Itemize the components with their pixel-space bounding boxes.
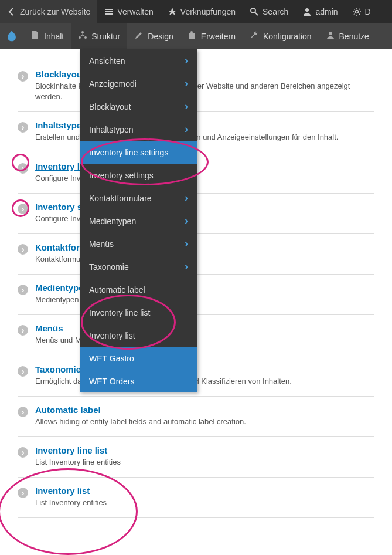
gear-icon [352, 7, 362, 16]
dropdown-item-label: WET Orders [89, 377, 135, 386]
content-text: Inventory listList Inventory entities [35, 486, 374, 508]
svg-point-1 [305, 8, 309, 12]
menu-users-label: Benutze [339, 32, 369, 41]
dropdown-item-label: Inventory list [89, 331, 135, 340]
menu-content-label: Inhalt [44, 32, 64, 41]
menu-structure[interactable]: Struktur [71, 23, 127, 49]
chevron-bullet-icon [18, 285, 28, 295]
dropdown-item-label: Ansichten [89, 56, 125, 66]
dropdown-item-menüs[interactable]: Menüs› [80, 232, 197, 255]
dropdown-item-label: Anzeigemodi [89, 79, 137, 89]
dropdown-item-inventory-line-settings[interactable]: Inventory line settings [80, 141, 197, 164]
shortcuts-button[interactable]: Verknüpfungen [161, 0, 243, 23]
chevron-right-icon: › [185, 77, 188, 90]
svg-rect-6 [189, 33, 195, 39]
chevron-bullet-icon [18, 71, 28, 82]
menu-structure-label: Struktur [91, 32, 120, 41]
chevron-bullet-icon [18, 407, 28, 417]
menu-config[interactable]: Konfiguration [243, 23, 319, 49]
menu-design-label: Design [148, 32, 173, 41]
user-button[interactable]: admin [295, 0, 345, 23]
user-label: admin [315, 7, 338, 16]
dropdown-item-label: Taxonomie [89, 262, 129, 272]
menu-config-label: Konfiguration [263, 32, 312, 41]
svg-point-3 [81, 31, 84, 33]
menu-extend[interactable]: Erweitern [180, 23, 243, 49]
dropdown-item-kontaktformulare[interactable]: Kontaktformulare› [80, 187, 197, 209]
chevron-bullet-icon [18, 163, 28, 174]
chevron-bullet-icon [18, 204, 28, 214]
dropdown-item-label: Medientypen [89, 216, 136, 226]
dropdown-item-inventory-line-list[interactable]: Inventory line list [80, 301, 197, 324]
star-icon [168, 7, 177, 16]
dropdown-item-inventory-list[interactable]: Inventory list [80, 324, 197, 347]
content-item-description: List Inventory line entities [35, 457, 374, 468]
content-item: Automatic labelAllows hiding of entity l… [18, 397, 374, 437]
chevron-right-icon: › [185, 215, 188, 227]
menu-users[interactable]: Benutze [319, 23, 376, 49]
svg-point-0 [251, 8, 255, 13]
content-item-description: List Inventory entities [35, 498, 374, 508]
chevron-bullet-icon [18, 325, 28, 336]
dropdown-item-label: Inventory settings [89, 171, 154, 180]
hamburger-icon [104, 7, 114, 16]
chevron-right-icon: › [185, 100, 188, 113]
manage-button[interactable]: Verwalten [97, 0, 160, 23]
dropdown-item-inhaltstypen[interactable]: Inhaltstypen› [80, 118, 197, 141]
content-item-title[interactable]: Inventory list [35, 486, 374, 496]
dropdown-item-label: Kontaktformulare [89, 194, 152, 203]
dropdown-item-inventory-settings[interactable]: Inventory settings [80, 164, 197, 187]
shortcuts-label: Verknüpfungen [180, 7, 236, 16]
chevron-right-icon: › [185, 55, 188, 67]
chevron-bullet-icon [18, 366, 28, 377]
menu-design[interactable]: Design [127, 23, 180, 49]
dropdown-item-automatic-label[interactable]: Automatic label [80, 278, 197, 301]
manage-label: Verwalten [117, 7, 153, 16]
dropdown-item-medientypen[interactable]: Medientypen› [80, 209, 197, 232]
svg-point-4 [79, 36, 81, 39]
svg-point-2 [355, 11, 358, 13]
search-label: Search [263, 7, 288, 16]
users-icon [326, 31, 335, 42]
chevron-right-icon: › [185, 260, 188, 273]
dropdown-item-label: WET Gastro [89, 354, 134, 363]
menu-extend-label: Erweitern [201, 32, 236, 41]
search-button[interactable]: Search [243, 0, 295, 23]
svg-point-8 [329, 32, 332, 35]
content-item-description: Allows hiding of entity label fields and… [35, 417, 374, 427]
dropdown-item-anzeigemodi[interactable]: Anzeigemodi› [80, 72, 197, 95]
content-item-title[interactable]: Automatic label [35, 405, 374, 415]
svg-point-5 [84, 36, 87, 39]
chevron-right-icon: › [185, 192, 188, 204]
search-icon [250, 7, 259, 16]
dropdown-item-label: Blocklayout [89, 102, 131, 111]
dropdown-item-taxonomie[interactable]: Taxonomie› [80, 255, 197, 278]
settings-label: D [365, 7, 371, 16]
back-to-site-button[interactable]: Zurück zur Website [0, 0, 97, 23]
wrench-icon [250, 31, 259, 42]
drupal-logo[interactable] [0, 23, 23, 49]
content-item: Inventory listList Inventory entities [18, 478, 374, 518]
content-text: Inventory line listList Inventory line e… [35, 445, 374, 468]
content-text: Automatic labelAllows hiding of entity l… [35, 405, 374, 427]
content-item: Inventory line listList Inventory line e… [18, 437, 374, 478]
dropdown-item-wet-orders[interactable]: WET Orders [80, 370, 197, 392]
dropdown-item-ansichten[interactable]: Ansichten› [80, 49, 197, 72]
arrow-left-icon [7, 7, 16, 16]
structure-dropdown: Ansichten›Anzeigemodi›Blocklayout›Inhalt… [80, 49, 197, 392]
chevron-bullet-icon [18, 488, 28, 498]
dropdown-item-label: Inhaltstypen [89, 125, 134, 134]
dropdown-item-label: Inventory line list [89, 308, 150, 317]
chevron-bullet-icon [18, 244, 28, 255]
menu-content[interactable]: Inhalt [23, 23, 71, 49]
svg-point-7 [190, 31, 193, 33]
settings-button[interactable]: D [345, 0, 378, 23]
chevron-bullet-icon [18, 122, 28, 133]
chevron-right-icon: › [185, 123, 188, 136]
paintbrush-icon [134, 31, 144, 42]
content-item-title[interactable]: Inventory line list [35, 445, 374, 455]
chevron-right-icon: › [185, 238, 188, 250]
dropdown-item-blocklayout[interactable]: Blocklayout› [80, 95, 197, 118]
puzzle-icon [188, 31, 197, 42]
dropdown-item-wet-gastro[interactable]: WET Gastro [80, 347, 197, 370]
